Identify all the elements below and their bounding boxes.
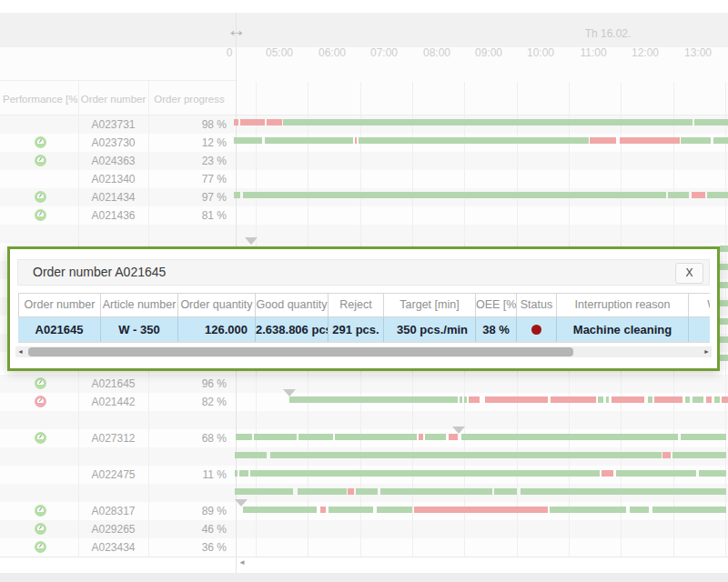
gantt-bar-segment[interactable] <box>414 507 548 513</box>
gantt-bar-segment[interactable] <box>298 488 347 495</box>
gantt-bar-segment[interactable] <box>235 470 238 477</box>
gantt-bar-segment[interactable] <box>460 396 462 403</box>
gantt-bar-segment[interactable] <box>722 396 728 403</box>
gantt-bar-segment[interactable] <box>692 192 705 198</box>
panel-resize-icon[interactable]: ↔ <box>222 19 251 41</box>
gantt-bar-segment[interactable] <box>612 396 644 403</box>
gantt-bar-segment[interactable] <box>521 488 726 495</box>
gantt-bar-segment[interactable] <box>469 396 480 403</box>
gantt-bar-segment[interactable] <box>298 434 333 440</box>
timeline-scroll-left-icon[interactable]: ◄ <box>237 557 248 568</box>
gantt-bar-segment[interactable] <box>685 396 690 403</box>
gantt-bar-segment[interactable] <box>464 396 467 403</box>
scrollbar-thumb[interactable] <box>28 347 573 356</box>
gantt-bar-segment[interactable] <box>590 137 616 144</box>
gantt-marker-icon[interactable] <box>245 237 258 245</box>
popup-scrollbar[interactable]: ◄ ► <box>15 346 712 357</box>
gantt-bar-segment[interactable] <box>329 507 373 513</box>
gantt-bar-segment[interactable] <box>720 264 728 270</box>
gantt-bar-segment[interactable] <box>270 452 662 458</box>
gantt-bar-segment[interactable] <box>713 137 728 144</box>
gantt-bar-segment[interactable] <box>648 396 652 403</box>
gantt-bar-segment[interactable] <box>235 488 293 495</box>
gantt-bar-segment[interactable] <box>267 119 282 125</box>
gantt-bar-segment[interactable] <box>234 119 238 125</box>
gantt-bar-segment[interactable] <box>419 434 423 440</box>
gantt-bar-segment[interactable] <box>425 434 446 440</box>
gantt-bar-segment[interactable] <box>265 137 353 144</box>
gantt-bar-segment[interactable] <box>714 396 720 403</box>
scrollbar-left-icon[interactable]: ◄ <box>17 348 24 355</box>
gantt-bar-segment[interactable] <box>494 488 517 495</box>
table-row[interactable]: A02436323 % <box>0 152 236 170</box>
gantt-bar-segment[interactable] <box>672 452 726 458</box>
gantt-bar-segment[interactable] <box>380 488 492 495</box>
gantt-marker-icon[interactable] <box>452 426 465 434</box>
gantt-bar-segment[interactable] <box>602 470 613 477</box>
gantt-bar-segment[interactable] <box>377 507 412 513</box>
gantt-bar-segment[interactable] <box>720 282 728 288</box>
popup-table-row[interactable]: A021645 W - 350 126.000 2.638.806 pcs. 2… <box>18 317 710 343</box>
gantt-bar-segment[interactable] <box>707 192 728 198</box>
gantt-bar-segment[interactable] <box>551 396 596 403</box>
gantt-bar-segment[interactable] <box>234 137 262 144</box>
column-header-order-progress[interactable]: Order progress <box>148 94 230 105</box>
gantt-bar-segment[interactable] <box>681 137 711 144</box>
gantt-bar-segment[interactable] <box>652 507 726 513</box>
gantt-bar-segment[interactable] <box>359 137 589 144</box>
gantt-bar-segment[interactable] <box>699 470 726 477</box>
table-row[interactable]: A02143681 % <box>0 206 236 225</box>
gantt-bar-segment[interactable] <box>606 396 609 403</box>
gantt-bar-segment[interactable] <box>254 434 297 440</box>
table-row[interactable]: A02731268 % <box>0 429 236 447</box>
gantt-bar-segment[interactable] <box>243 192 666 198</box>
gantt-bar-segment[interactable] <box>693 396 703 403</box>
gantt-bar-segment[interactable] <box>348 488 354 495</box>
gantt-bar-segment[interactable] <box>550 507 626 513</box>
gantt-marker-icon[interactable] <box>283 389 296 396</box>
table-row[interactable]: A02373198 % <box>0 115 236 134</box>
scrollbar-right-icon[interactable]: ► <box>703 348 710 355</box>
gantt-bar-segment[interactable] <box>720 355 728 361</box>
gantt-bar-segment[interactable] <box>335 434 417 440</box>
gantt-bar-segment[interactable] <box>630 507 649 513</box>
table-row[interactable]: A02164596 % <box>0 375 236 393</box>
table-row[interactable]: A02144282 % <box>0 393 236 411</box>
gantt-bar-segment[interactable] <box>236 434 252 440</box>
gantt-bar-segment[interactable] <box>720 336 728 343</box>
gantt-bar-segment[interactable] <box>250 470 600 477</box>
gantt-bar-segment[interactable] <box>720 246 728 252</box>
table-row[interactable]: A02831789 % <box>0 502 236 520</box>
gantt-bar-segment[interactable] <box>239 470 248 477</box>
gantt-bar-segment[interactable] <box>240 119 265 125</box>
gantt-bar-segment[interactable] <box>681 434 726 440</box>
column-header-order-number[interactable]: Order number <box>78 94 148 105</box>
table-row[interactable]: A02134077 % <box>0 170 236 188</box>
gantt-bar-segment[interactable] <box>620 137 680 144</box>
gantt-bar-segment[interactable] <box>668 192 689 198</box>
gantt-bar-segment[interactable] <box>598 396 603 403</box>
table-row[interactable]: A02343436 % <box>0 538 236 557</box>
table-row[interactable]: A02247511 % <box>0 466 236 484</box>
gantt-bar-segment[interactable] <box>616 470 696 477</box>
table-row[interactable]: A02373012 % <box>0 134 236 152</box>
gantt-bar-segment[interactable] <box>234 192 240 198</box>
gantt-bar-segment[interactable] <box>283 119 693 125</box>
gantt-bar-segment[interactable] <box>320 507 326 513</box>
gantt-bar-segment[interactable] <box>706 396 712 403</box>
column-header-performance[interactable]: Performance [%] <box>3 94 78 105</box>
gantt-bar-segment[interactable] <box>720 300 728 306</box>
gantt-bar-segment[interactable] <box>356 488 378 495</box>
gantt-bar-segment[interactable] <box>662 452 671 458</box>
table-row[interactable]: A02143497 % <box>0 188 236 206</box>
table-row[interactable]: A02926546 % <box>0 520 236 538</box>
gantt-bar-segment[interactable] <box>235 452 267 458</box>
gantt-bar-segment[interactable] <box>654 396 682 403</box>
gantt-bar-segment[interactable] <box>485 396 548 403</box>
gantt-bar-segment[interactable] <box>355 137 357 144</box>
gantt-bar-segment[interactable] <box>461 434 678 440</box>
gantt-bar-segment[interactable] <box>449 434 458 440</box>
gantt-bar-segment[interactable] <box>694 119 728 125</box>
gantt-bar-segment[interactable] <box>720 318 728 325</box>
gantt-bar-segment[interactable] <box>243 507 317 513</box>
